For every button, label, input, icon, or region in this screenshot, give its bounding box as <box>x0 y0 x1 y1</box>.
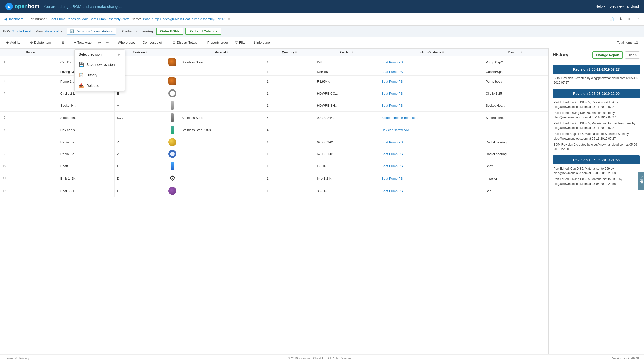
cell-material <box>179 68 264 76</box>
filter-button[interactable]: ▽ Filter <box>232 39 250 46</box>
upload-icon[interactable]: ⬆ <box>626 16 632 22</box>
col-balloon[interactable]: Balloo...⇅ <box>9 49 58 56</box>
cell-image <box>166 56 179 68</box>
bom-type[interactable]: Single Level <box>12 29 31 33</box>
name-value[interactable]: Boat Pump Redesign-Main-Boat Pump Assemb… <box>143 17 226 21</box>
table-row: 5 Socket H... A 1 HDWRE SH... Boat Pump … <box>0 99 548 112</box>
composed-of-button[interactable]: Composed of <box>140 39 165 46</box>
cell-balloon <box>9 99 58 112</box>
grid-icon: ⊞ <box>61 41 64 44</box>
delete-item-button[interactable]: ⊖ Delete Item <box>27 39 54 46</box>
cell-part-num: F-L95x-g <box>314 76 379 87</box>
cell-image <box>166 136 179 148</box>
cell-link[interactable]: Boat Pump PS <box>379 136 483 148</box>
cell-balloon <box>9 87 58 99</box>
cell-image <box>166 160 179 172</box>
cell-link[interactable]: Boat Pump PS <box>379 99 483 112</box>
part-catalogs-button[interactable]: Part and Catalogs <box>185 28 221 35</box>
cell-part-num <box>314 124 379 136</box>
cell-link[interactable]: Boat Pump PS <box>379 172 483 185</box>
cell-name: Emb 1_2K <box>58 172 114 185</box>
save-revision-icon: 💾 <box>79 62 84 67</box>
dashboard-link[interactable]: ◀ Dashboard <box>4 17 24 21</box>
cell-image <box>166 185 179 197</box>
revision-entry: Part Edited: Laving D85-55, Revision set… <box>553 100 640 109</box>
download-icon[interactable]: ⬇ <box>618 16 623 22</box>
property-order-button[interactable]: ↕ Property order <box>201 39 231 46</box>
cell-name: Seal 33-1... <box>58 185 114 197</box>
cell-quantity: 1 <box>264 136 314 148</box>
hide-button[interactable]: Hide > <box>625 51 640 59</box>
add-item-button[interactable]: ⊕ Add Item <box>3 39 26 46</box>
cell-num: 11 <box>0 172 9 185</box>
cell-part-num: L-104 <box>314 160 379 172</box>
view-chevron-icon[interactable]: ▾ <box>60 29 62 33</box>
minus-icon: ⊖ <box>30 41 33 44</box>
cell-balloon <box>9 160 58 172</box>
cell-revision: A <box>114 99 166 112</box>
cell-balloon <box>9 56 58 68</box>
cell-link[interactable]: Boat Pump PS <box>379 76 483 87</box>
cell-link[interactable]: Boat Pump PS <box>379 185 483 197</box>
cell-desc: Circlip 1.25 <box>483 87 548 99</box>
cell-quantity: 1 <box>264 160 314 172</box>
cell-material <box>179 76 264 87</box>
cell-revision: Z <box>114 148 166 160</box>
help-button[interactable]: Help ▾ <box>595 4 606 8</box>
info-panel-button[interactable]: ℹ Info panel <box>251 39 274 46</box>
dropdown-item-release[interactable]: 📤 Release <box>75 80 125 91</box>
document-icon[interactable]: 📄 <box>608 16 615 22</box>
cell-balloon <box>9 172 58 185</box>
cell-link[interactable]: Boat Pump PS <box>379 160 483 172</box>
revision-header[interactable]: Revision 1 05-06-2019 21:58 <box>553 155 640 164</box>
select-revision-label: Select revision <box>79 52 102 56</box>
cell-desc <box>483 124 548 136</box>
col-desc[interactable]: Descri...⇅ <box>483 49 548 56</box>
edit-icon[interactable]: ✏ <box>228 17 231 21</box>
support-tab[interactable]: Support <box>638 172 644 190</box>
display-totals-button[interactable]: ☐ Display Totals <box>169 39 200 46</box>
change-report-button[interactable]: Change Report <box>592 51 623 59</box>
redo-button[interactable]: ↪ <box>103 39 111 47</box>
cell-desc: Gasket/Spa... <box>483 68 548 76</box>
col-part-num[interactable]: Part N...⇅ <box>314 49 379 56</box>
revision-header[interactable]: Revision 3 05-11-2019 07:27 <box>553 65 640 74</box>
cell-material <box>179 185 264 197</box>
order-boms-button[interactable]: Order BOMs <box>156 28 184 35</box>
terms-link[interactable]: Terms <box>5 357 13 360</box>
privacy-link[interactable]: Privacy <box>19 357 29 360</box>
cell-quantity: 1 <box>264 185 314 197</box>
share-icon[interactable]: ↗ <box>635 16 640 22</box>
cell-revision: Z <box>114 136 166 148</box>
cell-desc: Radial bearing <box>483 148 548 160</box>
cell-material <box>179 160 264 172</box>
dropdown-item-select-revision[interactable]: Select revision ▶ <box>75 50 125 59</box>
part-number-value[interactable]: Boat Pump Redesign-Main-Boat Pump Assemb… <box>49 17 129 21</box>
cell-link[interactable]: Boat Pump PS <box>379 148 483 160</box>
cell-link[interactable]: Slotted cheese head sc... <box>379 112 483 124</box>
grid-view-button[interactable]: ⊞ <box>58 39 67 46</box>
name-label: Name: <box>131 17 141 21</box>
submenu-arrow-icon: ▶ <box>118 53 120 56</box>
dropdown-item-history[interactable]: 📋 History <box>75 70 125 80</box>
cell-quantity: 1 <box>264 99 314 112</box>
revision-header[interactable]: Revision 2 05-06-2019 22:00 <box>553 89 640 98</box>
logo-icon: o <box>5 2 13 10</box>
undo-button[interactable]: ↩ <box>96 39 103 47</box>
revisions-button[interactable]: 🔄 Revisions (Latest state) ▾ <box>67 28 116 35</box>
cell-revision: D <box>114 172 166 185</box>
cell-link[interactable]: Hex cap screw ANSI <box>379 124 483 136</box>
cell-balloon <box>9 124 58 136</box>
col-link[interactable]: Link to Onshape⇅ <box>379 49 483 56</box>
text-wrap-button[interactable]: ≡ Text wrap <box>71 39 95 46</box>
where-used-button[interactable]: Where used <box>115 39 139 46</box>
col-material[interactable]: Material⇅ <box>179 49 264 56</box>
cell-link[interactable]: Boat Pump PS <box>379 68 483 76</box>
release-label: Release <box>86 84 99 88</box>
dropdown-item-save-revision[interactable]: 💾 Save new revision <box>75 59 125 70</box>
table-row: 12 Seal 33-1... D 1 33-14-8 Boat Pump PS… <box>0 185 548 197</box>
cell-link[interactable]: Boat Pump PS <box>379 87 483 99</box>
cell-link[interactable]: Boat Pump PS <box>379 56 483 68</box>
view-value[interactable]: View is off <box>45 29 60 33</box>
col-quantity[interactable]: Quantity⇅ <box>264 49 314 56</box>
